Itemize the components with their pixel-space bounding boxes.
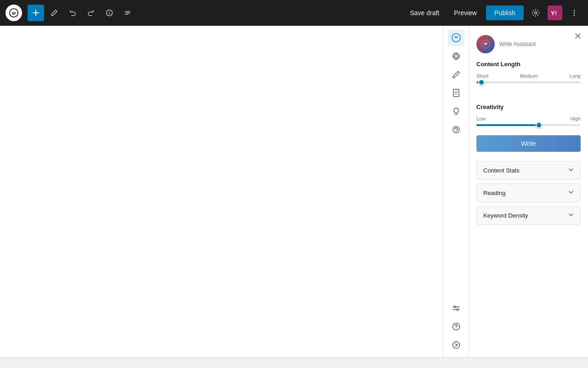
add-block-button[interactable] — [28, 5, 44, 21]
medium-label: Medium — [520, 73, 538, 79]
info-button[interactable] — [101, 5, 118, 21]
write-assist-panel-icon[interactable] — [448, 29, 464, 46]
keyword-density-chevron — [568, 212, 574, 219]
redo-button[interactable] — [83, 5, 99, 21]
write-assistant-header: Write Assistant — [476, 33, 581, 53]
reading-label: Reading — [483, 190, 505, 196]
feedback-icon-button[interactable] — [448, 121, 464, 138]
save-draft-button[interactable]: Save draft — [404, 6, 445, 19]
reading-chevron — [568, 190, 574, 196]
content-stats-header[interactable]: Content Stats — [477, 161, 580, 179]
svg-point-36 — [457, 309, 458, 310]
preview-button[interactable]: Preview — [448, 6, 482, 19]
help-icon-button[interactable] — [448, 318, 464, 335]
svg-point-32 — [456, 132, 457, 132]
creativity-section: Creativity Low High — [476, 104, 581, 126]
editor-area — [0, 26, 443, 357]
status-bar — [0, 357, 588, 368]
svg-point-35 — [454, 306, 456, 308]
settings-button[interactable] — [527, 5, 544, 21]
reading-section: Reading — [476, 184, 581, 202]
high-label: High — [570, 116, 581, 121]
content-stats-section: Content Stats — [476, 161, 581, 180]
assistant-panel-content: Write Assistant Content Length Short Med… — [469, 26, 588, 357]
content-length-title: Content Length — [476, 61, 581, 68]
yoast-icon[interactable]: Y! — [548, 6, 562, 20]
publish-button[interactable]: Publish — [486, 6, 524, 20]
wp-logo: W — [6, 5, 22, 21]
bulb-icon-button[interactable] — [448, 103, 464, 120]
svg-point-19 — [456, 38, 457, 39]
right-icons-strip — [443, 26, 469, 357]
long-label: Long — [570, 73, 581, 79]
assistant-logo — [476, 35, 495, 53]
list-view-button[interactable] — [119, 5, 136, 21]
collapsible-sections: Content Stats Reading — [476, 161, 581, 225]
pencil-icon-button[interactable] — [448, 66, 464, 83]
svg-point-12 — [124, 14, 125, 15]
svg-point-16 — [574, 12, 575, 14]
creativity-title: Creativity — [476, 104, 581, 110]
content-length-section: Content Length Short Medium Long — [476, 61, 581, 83]
keyword-density-section: Keyword Density — [476, 206, 581, 225]
write-button[interactable]: Write — [476, 135, 581, 152]
content-stats-chevron — [568, 167, 574, 174]
write-assistant-panel: Write Assistant Content Length Short Med… — [469, 26, 588, 357]
svg-point-11 — [124, 12, 125, 13]
sliders-icon-button[interactable] — [448, 300, 464, 316]
svg-point-10 — [124, 11, 125, 12]
ai-icon-button[interactable] — [448, 48, 464, 64]
main-area: Write Assistant Content Length Short Med… — [0, 26, 588, 357]
low-label: Low — [476, 116, 486, 121]
svg-point-39 — [452, 342, 459, 349]
more-options-button[interactable] — [566, 5, 582, 21]
write-assistant-label: Write Assistant — [499, 41, 536, 47]
panel-close-button[interactable] — [571, 29, 584, 42]
undo-button[interactable] — [64, 5, 81, 21]
svg-point-21 — [454, 55, 458, 58]
keyword-density-label: Keyword Density — [483, 212, 528, 219]
svg-point-38 — [456, 328, 457, 329]
reading-header[interactable]: Reading — [477, 184, 580, 202]
content-length-labels: Short Medium Long — [476, 73, 581, 79]
creativity-labels: Low High — [476, 116, 581, 121]
arrow-right-icon-button[interactable] — [448, 337, 464, 353]
short-label: Short — [476, 73, 488, 79]
svg-text:Y!: Y! — [551, 10, 557, 17]
svg-point-15 — [574, 10, 575, 12]
svg-point-43 — [485, 44, 486, 45]
toolbar-right: Save draft Preview Publish Y! — [404, 5, 582, 21]
edit-tool-button[interactable] — [46, 5, 62, 21]
keyword-density-header[interactable]: Keyword Density — [477, 207, 580, 224]
main-toolbar: W — [0, 0, 588, 26]
svg-text:W: W — [12, 11, 16, 16]
svg-point-6 — [109, 11, 110, 12]
svg-point-13 — [535, 12, 537, 14]
svg-point-17 — [574, 15, 575, 16]
document-icon-button[interactable] — [448, 85, 464, 101]
content-stats-label: Content Stats — [483, 167, 520, 174]
editor-content[interactable] — [0, 26, 443, 357]
